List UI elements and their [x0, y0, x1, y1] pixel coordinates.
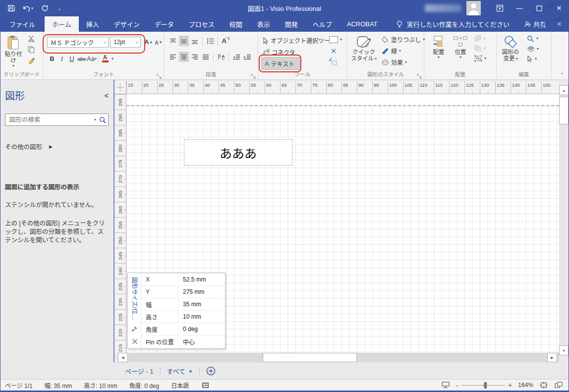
status-language[interactable]: 日本語 [171, 381, 189, 390]
scroll-left-icon[interactable]: ◀ [118, 353, 128, 362]
pointer-options-icon[interactable] [329, 58, 338, 68]
tab-insert[interactable]: 挿入 [79, 16, 107, 32]
horizontal-ruler[interactable]: 1520253035404550556065707580859095100105… [126, 81, 559, 94]
horizontal-scroll-thumb[interactable] [263, 353, 357, 362]
align-top-button[interactable] [168, 36, 178, 46]
quick-style-button[interactable]: クイック スタイル▾ [350, 34, 378, 71]
ime-icon[interactable] [201, 381, 210, 389]
avatar[interactable] [466, 1, 481, 15]
layers-button[interactable]: ▾ [525, 45, 540, 53]
tab-view[interactable]: 表示 [250, 16, 278, 32]
size-value-angle[interactable]: 0 deg [178, 323, 225, 335]
save-icon[interactable] [7, 4, 15, 12]
cut-button[interactable] [26, 35, 37, 43]
tab-acrobat[interactable]: ACROBAT [340, 16, 385, 32]
font-name-combo[interactable]: ＭＳ Ｐゴシック ⌄ [47, 37, 109, 48]
redo-icon[interactable] [41, 4, 49, 12]
all-pages-button[interactable]: すべて ▲ [167, 366, 193, 376]
text-shape-content[interactable]: あああ [220, 144, 257, 162]
connector-tool-button[interactable]: コネクタ [261, 48, 297, 57]
size-value-height[interactable]: 10 mm [178, 311, 225, 323]
status-width[interactable]: 幅: 35 mm [45, 381, 72, 390]
grow-font-button[interactable]: A▲ [144, 37, 154, 47]
size-value-y[interactable]: 275 mm [178, 286, 225, 298]
underline-button[interactable]: U [67, 54, 77, 64]
italic-button[interactable]: I [57, 54, 67, 64]
font-color-button[interactable]: A [100, 54, 110, 64]
fill-button[interactable]: 塗りつぶし▾ [380, 35, 426, 44]
group-button[interactable]: ▾ [473, 55, 488, 62]
increase-indent-button[interactable] [242, 52, 252, 62]
tab-process[interactable]: プロセス [181, 16, 222, 32]
size-value-width[interactable]: 35 mm [178, 298, 225, 310]
size-value-x[interactable]: 52.5 mm [178, 274, 225, 285]
justify-button[interactable] [201, 52, 211, 62]
tell-me-box[interactable]: 実行したい作業を入力してください [396, 16, 510, 32]
align-center-button[interactable] [179, 52, 189, 62]
position-button[interactable]: 位置 ▾ [450, 34, 471, 71]
shrink-font-button[interactable]: A▼ [154, 37, 164, 48]
fit-page-icon[interactable] [539, 381, 548, 389]
shape-styles-dialog-launcher-icon[interactable] [417, 72, 422, 78]
shape-search-input[interactable] [8, 116, 94, 124]
size-value-pin[interactable]: 中心 [178, 336, 225, 347]
change-case-button[interactable]: Aa▾ [87, 54, 97, 64]
tab-help[interactable]: ヘルプ [305, 16, 340, 32]
text-tool-button[interactable]: A テキスト [261, 57, 300, 70]
format-painter-button[interactable] [26, 56, 37, 64]
scroll-up-icon[interactable]: ▲ [559, 85, 569, 95]
change-shape-button[interactable]: 図形の 変更▾ [499, 34, 522, 71]
search-icon[interactable] [99, 116, 106, 123]
close-button[interactable]: ✕ [549, 0, 569, 16]
zoom-in-button[interactable]: + [508, 381, 512, 389]
copy-button[interactable] [26, 46, 37, 54]
vertical-scroll-thumb[interactable] [559, 97, 569, 124]
align-left-button[interactable] [168, 52, 178, 62]
tab-review[interactable]: 校閲 [222, 16, 250, 32]
send-backward-button[interactable]: ▾ [473, 45, 488, 52]
paste-button[interactable]: 貼り付け ▾ [2, 34, 24, 71]
status-page[interactable]: ページ 1/1 [5, 381, 33, 390]
collapse-ribbon-icon[interactable]: ⌃ [560, 72, 564, 77]
presentation-mode-icon[interactable] [441, 381, 450, 389]
pan-zoom-window-icon[interactable] [554, 381, 563, 389]
decrease-indent-button[interactable] [231, 52, 241, 62]
vertical-scrollbar[interactable]: ▲ ▼ [559, 85, 569, 355]
new-page-button[interactable] [206, 366, 216, 376]
object-select-tool-button[interactable]: オブジェクト選択ツール [261, 36, 338, 45]
scroll-right-icon[interactable]: ▶ [547, 353, 557, 362]
effects-button[interactable]: 効果▾ [380, 57, 426, 67]
align-right-button[interactable] [190, 52, 200, 62]
tab-file[interactable]: ファイル [0, 16, 45, 32]
tab-developer[interactable]: 開発 [278, 16, 305, 32]
bold-button[interactable]: B [47, 54, 57, 64]
strikethrough-button[interactable]: abc [77, 54, 87, 64]
text-direction-button[interactable]: A [216, 52, 226, 62]
tool-shape-dropdown[interactable]: ▾ [328, 36, 343, 44]
zoom-level[interactable]: 164% [518, 382, 533, 389]
collapse-panel-icon[interactable]: < [105, 92, 109, 100]
page-tab-1[interactable]: ページ - 1 [125, 366, 154, 376]
ribbon-display-options-icon[interactable] [490, 0, 510, 16]
text-shape[interactable]: あああ [184, 139, 292, 166]
zoom-slider-track[interactable] [461, 382, 505, 389]
status-angle[interactable]: 角度: 0 deg [129, 381, 159, 390]
select-button[interactable]: ▾ [525, 55, 540, 62]
font-size-combo[interactable]: 12pt ⌄ [110, 37, 141, 48]
align-middle-button[interactable] [179, 36, 189, 46]
status-height[interactable]: 高さ: 10 mm [84, 381, 117, 390]
size-panel-strip[interactable]: 図形サイズ/位… [128, 273, 141, 348]
vertical-ruler[interactable]: 2952902852802752702652602552502452402352… [114, 94, 126, 353]
bring-forward-button[interactable]: ▾ [473, 35, 488, 42]
scroll-down-icon[interactable]: ▼ [559, 345, 569, 355]
undo-icon[interactable]: ▾ [22, 4, 34, 12]
find-button[interactable]: ▾ [525, 35, 540, 43]
font-color-caret-icon[interactable]: ▾ [112, 57, 114, 61]
tab-data[interactable]: データ [147, 16, 181, 32]
align-button[interactable]: 配置 ▾ [428, 34, 449, 71]
bullets-button[interactable] [205, 36, 215, 46]
ribbon-close-icon[interactable]: ✕ [557, 20, 562, 28]
align-bottom-button[interactable] [190, 36, 200, 46]
paragraph-dialog-launcher-icon[interactable] [251, 72, 256, 78]
font-dialog-launcher-icon[interactable] [157, 72, 162, 78]
